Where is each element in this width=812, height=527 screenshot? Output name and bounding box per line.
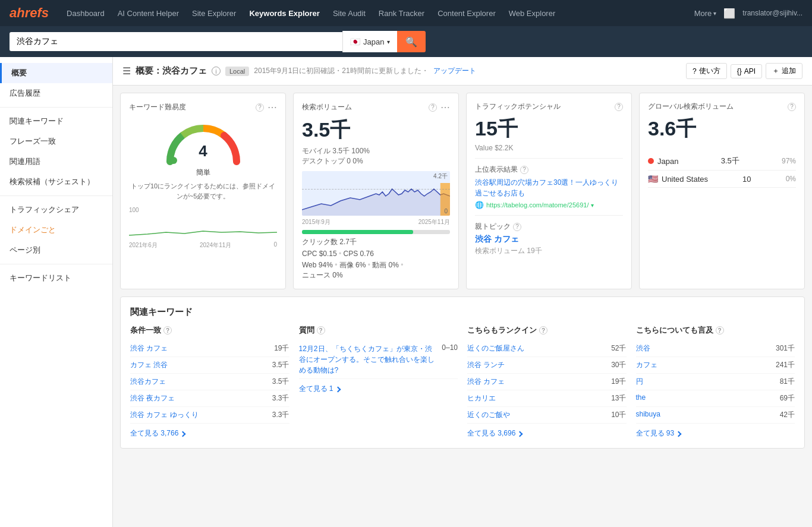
sidebar-item-by-domain[interactable]: ドメインごと bbox=[0, 220, 112, 240]
related-link-c2-4[interactable]: 近くのご飯や bbox=[467, 410, 510, 420]
country-row-japan: Japan 3.5千 97% bbox=[648, 152, 796, 171]
nav-keywords-explorer[interactable]: Keywords Explorer bbox=[243, 5, 326, 21]
kd-description: トップ10にランクインするためには、参照ドメインが~5必要です。 bbox=[129, 181, 277, 201]
url-chevron[interactable]: ▾ bbox=[591, 202, 594, 209]
nav-rank-tracker[interactable]: Rank Tracker bbox=[373, 5, 430, 21]
kd-title: キーワード難易度 bbox=[129, 102, 186, 112]
see-all-c1[interactable]: 全て見る 1 bbox=[299, 384, 458, 394]
sidebar-item-phrase-match[interactable]: フレーズ一致 bbox=[0, 131, 112, 152]
related-vol-c2-3: 13千 bbox=[611, 393, 626, 403]
volume-desktop: デスクトップ 0 0% bbox=[302, 156, 450, 166]
nav-site-explorer[interactable]: Site Explorer bbox=[186, 5, 242, 21]
kd-chart-bottom: 0 bbox=[273, 241, 277, 250]
kd-help-icon[interactable]: ? bbox=[256, 103, 264, 112]
see-all-c3[interactable]: 全て見る 93 bbox=[636, 428, 795, 438]
related-vol-c2-2: 19千 bbox=[611, 377, 626, 387]
related-link-c2-2[interactable]: 渋谷 カフェ bbox=[467, 377, 505, 387]
chart-top-label: 4.2千 bbox=[433, 172, 448, 181]
japan-pct: 97% bbox=[782, 157, 796, 165]
nav-site-audit[interactable]: Site Audit bbox=[327, 5, 372, 21]
more-button[interactable]: More ▾ bbox=[694, 9, 717, 18]
sidebar-item-keyword-list[interactable]: キーワードリスト bbox=[0, 268, 112, 288]
cards-grid: キーワード難易度 ? ⋯ bbox=[113, 86, 812, 296]
related-link-c0-1[interactable]: カフェ 渋谷 bbox=[130, 360, 168, 370]
country-chevron: ▾ bbox=[387, 39, 390, 45]
page-header: ☰ 概要：渋谷カフェ i Local 2015年9月1日に初回確認・21時間前に… bbox=[113, 57, 812, 86]
search-input[interactable] bbox=[10, 32, 342, 51]
update-link[interactable]: アップデート bbox=[433, 66, 476, 76]
chevron-down-icon: ▾ bbox=[713, 10, 716, 17]
global-help-icon[interactable]: ? bbox=[788, 103, 796, 111]
related-link-c2-3[interactable]: ヒカリエ bbox=[467, 393, 496, 403]
volume-title: 検索ボリューム bbox=[302, 102, 352, 112]
country-selector[interactable]: 🇯🇵 Japan ▾ bbox=[342, 31, 397, 52]
related-link-c0-2[interactable]: 渋谷カフェ bbox=[130, 377, 166, 387]
related-link-c0-4[interactable]: 渋谷 カフェ ゆっくり bbox=[130, 410, 199, 420]
related-link-c2-0[interactable]: 近くのご飯屋さん bbox=[467, 343, 524, 354]
related-link-c0-3[interactable]: 渋谷 夜カフェ bbox=[130, 393, 175, 403]
add-button[interactable]: ＋ 追加 bbox=[766, 63, 802, 79]
traffic-title: トラフィックポテンシャル bbox=[475, 102, 561, 112]
monitor-icon: ⬜ bbox=[723, 8, 735, 19]
info-icon[interactable]: i bbox=[212, 67, 221, 75]
api-button[interactable]: {} API bbox=[731, 64, 762, 78]
kd-sparkline-chart bbox=[129, 214, 277, 238]
volume-mobile: モバイル 3.5千 100% bbox=[302, 146, 450, 156]
related-row-c3-4: shibuya 42千 bbox=[636, 407, 795, 424]
volume-menu-icon[interactable]: ⋯ bbox=[440, 102, 450, 113]
top-result-url: 🌐 https://tabelog.com/matome/25691/ ▾ bbox=[475, 201, 623, 209]
col0-title: 条件一致 ? bbox=[130, 325, 289, 336]
sidebar-item-overview[interactable]: 概要 bbox=[0, 63, 112, 83]
sidebar-item-related-terms[interactable]: 関連用語 bbox=[0, 152, 112, 172]
search-button[interactable]: 🔍 bbox=[397, 31, 426, 52]
related-link-c3-1[interactable]: カフェ bbox=[636, 360, 657, 370]
parent-topic-value[interactable]: 渋谷 カフェ bbox=[475, 234, 623, 245]
col3-help[interactable]: ? bbox=[716, 326, 724, 334]
country-row-us: 🇺🇸 United States 10 0% bbox=[648, 171, 796, 188]
related-link-c3-4[interactable]: shibuya bbox=[636, 410, 660, 420]
sidebar-item-ad-history[interactable]: 広告履歴 bbox=[0, 83, 112, 103]
col1-help[interactable]: ? bbox=[317, 326, 325, 334]
menu-icon[interactable]: ☰ bbox=[122, 65, 131, 77]
japan-flag: 🇯🇵 bbox=[350, 37, 360, 46]
sidebar-item-traffic-share[interactable]: トラフィックシェア bbox=[0, 200, 112, 220]
user-email[interactable]: translator@sijihiv... bbox=[742, 9, 802, 17]
sidebar-item-suggestions[interactable]: 検索候補（サジェスト） bbox=[0, 172, 112, 192]
plus-icon: ＋ bbox=[772, 66, 779, 76]
related-link-c2-1[interactable]: 渋谷 ランチ bbox=[467, 360, 505, 370]
nav-web-explorer[interactable]: Web Explorer bbox=[503, 5, 562, 21]
volume-help-icon[interactable]: ? bbox=[429, 103, 437, 112]
related-row-c2-0: 近くのご飯屋さん 52千 bbox=[467, 340, 627, 357]
nav-ai-content[interactable]: AI Content Helper bbox=[112, 5, 185, 21]
col2-help[interactable]: ? bbox=[539, 326, 547, 334]
sidebar-item-by-page[interactable]: ページ別 bbox=[0, 240, 112, 260]
parent-help-icon[interactable]: ? bbox=[513, 223, 521, 231]
see-all-c0[interactable]: 全て見る 3,766 bbox=[130, 428, 289, 438]
top-result-link[interactable]: 渋谷駅周辺の穴場カフェ30選！一人ゆっくり過ごせるお店も bbox=[475, 177, 623, 198]
related-vol-c1-0: 0–10 bbox=[442, 343, 458, 375]
volume-types: Web 94% • 画像 6% • 動画 0% • bbox=[302, 260, 450, 270]
related-link-c1-0[interactable]: 12月2日、「ちくちくカフェ」が東京・渋谷にオープンする。そこで触れ合いを楽しめ… bbox=[299, 343, 438, 375]
kd-gauge: 4 bbox=[162, 118, 245, 165]
sidebar-item-related-kw[interactable]: 関連キーワード bbox=[0, 111, 112, 131]
vol-chart-end: 2025年11月 bbox=[418, 218, 450, 226]
traffic-help-icon[interactable]: ? bbox=[615, 103, 623, 111]
related-link-c3-2[interactable]: 円 bbox=[636, 377, 643, 387]
nav-dashboard[interactable]: Dashboard bbox=[61, 5, 111, 21]
col2-title: こちらもランクイン ? bbox=[467, 325, 627, 336]
col3-title: こちらについても言及 ? bbox=[636, 325, 795, 336]
related-row-c2-4: 近くのご飯や 10千 bbox=[467, 407, 627, 424]
top-help-icon[interactable]: ? bbox=[520, 166, 528, 174]
top-result-url-link[interactable]: https://tabelog.com/matome/25691/ bbox=[486, 201, 588, 209]
see-all-c2[interactable]: 全て見る 3,696 bbox=[467, 428, 627, 438]
col0-help[interactable]: ? bbox=[163, 326, 172, 334]
related-section: 関連キーワード 条件一致 ? 渋谷 カフェ 19千 カフェ 渋谷 3.5千 bbox=[120, 296, 805, 449]
help-button[interactable]: ? 使い方 bbox=[686, 63, 727, 79]
logo[interactable]: ahrefs bbox=[10, 5, 49, 21]
related-link-c0-0[interactable]: 渋谷 カフェ bbox=[130, 343, 168, 354]
related-link-c3-3[interactable]: the bbox=[636, 393, 646, 403]
related-link-c3-0[interactable]: 渋谷 bbox=[636, 343, 650, 354]
kd-menu-icon[interactable]: ⋯ bbox=[267, 102, 277, 113]
nav-content-explorer[interactable]: Content Explorer bbox=[432, 5, 502, 21]
chart-bot-label: 0 bbox=[444, 208, 448, 214]
